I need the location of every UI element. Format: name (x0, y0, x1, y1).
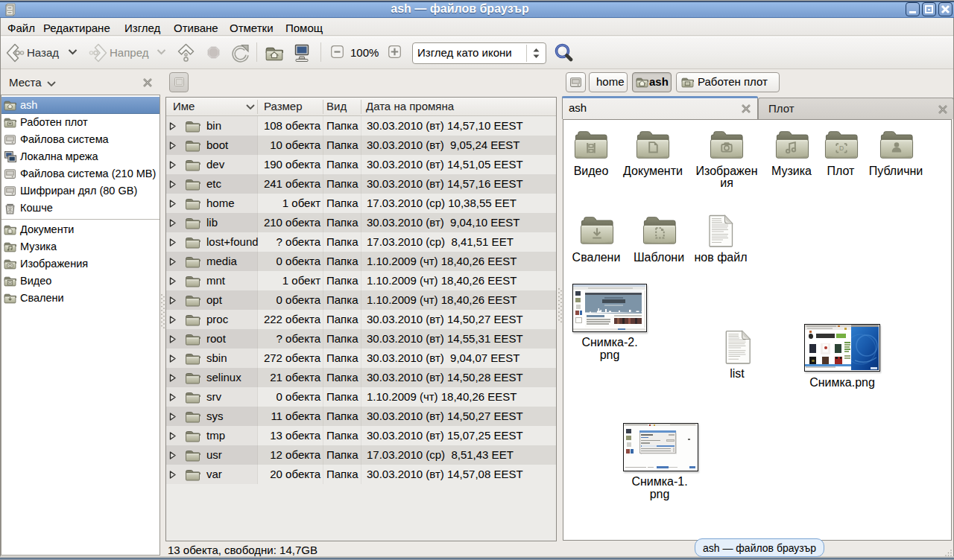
svg-text:D: D (839, 144, 844, 152)
